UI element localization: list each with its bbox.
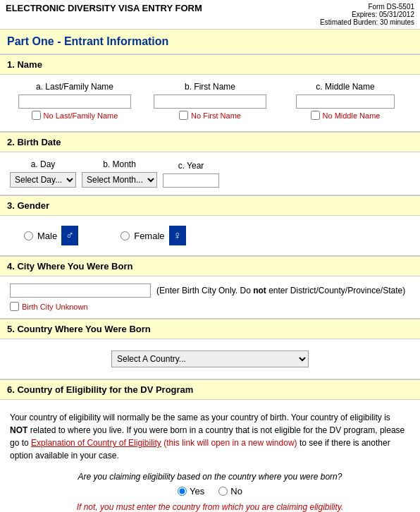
no-middle-name-label: No Middle Name xyxy=(323,111,381,120)
form-burden: Estimated Burden: 30 minutes xyxy=(320,18,414,26)
yes-no-row: Yes No xyxy=(10,486,410,496)
no-first-name-row: No First Name xyxy=(179,111,241,120)
section-city-header: 4. City Where You Were Born xyxy=(0,256,420,276)
city-unknown-row: Birth City Unknown xyxy=(10,302,410,311)
section-eligibility-header: 6. Country of Eligibility for the DV Pro… xyxy=(0,379,420,400)
section-name-header: 1. Name xyxy=(0,54,420,75)
city-born-input[interactable] xyxy=(10,284,151,298)
day-select[interactable]: Select Day... 12345 678910 1112131415 16… xyxy=(10,172,76,188)
section-eligibility-body: Your country of eligibility will normall… xyxy=(0,400,420,512)
name-fields-row: a. Last/Family Name No Last/Family Name … xyxy=(10,82,410,120)
yes-radio[interactable] xyxy=(178,487,187,496)
month-label: b. Month xyxy=(103,159,136,169)
year-label: c. Year xyxy=(178,161,204,171)
last-name-label: a. Last/Family Name xyxy=(36,82,113,92)
eligibility-link[interactable]: Explanation of Country of Eligibility xyxy=(31,438,161,448)
section-country-born-body: Select A Country... AfghanistanAlbaniaAl… xyxy=(0,339,420,379)
no-middle-name-checkbox[interactable] xyxy=(311,111,320,120)
form-info: Form DS-5501 Expires: 05/31/2012 Estimat… xyxy=(320,3,414,26)
female-label: Female xyxy=(134,231,164,241)
city-unknown-checkbox[interactable] xyxy=(10,302,19,311)
female-option: Female ♀ xyxy=(121,226,185,245)
page-title: Part One - Entrant Information xyxy=(0,30,420,54)
no-last-name-row: No Last/Family Name xyxy=(32,111,118,120)
form-title: ELECTRONIC DIVERSITY VISA ENTRY FORM xyxy=(6,3,202,13)
middle-name-input[interactable] xyxy=(296,95,395,109)
no-first-name-label: No First Name xyxy=(191,111,241,120)
no-label[interactable]: No xyxy=(218,486,242,496)
form-number: Form DS-5501 xyxy=(320,3,414,11)
no-first-name-checkbox[interactable] xyxy=(179,111,188,120)
last-name-col: a. Last/Family Name No Last/Family Name xyxy=(10,82,140,120)
gender-row: Male ♂ Female ♀ xyxy=(10,223,410,248)
form-expires: Expires: 05/31/2012 xyxy=(320,11,414,18)
eligibility-paragraph: Your country of eligibility will normall… xyxy=(10,407,410,466)
last-name-input[interactable] xyxy=(18,95,131,109)
city-input-row: (Enter Birth City Only. Do not enter Dis… xyxy=(10,284,410,298)
section-gender-header: 3. Gender xyxy=(0,195,420,216)
eligibility-question: Are you claiming eligibility based on th… xyxy=(10,472,410,482)
day-col: a. Day Select Day... 12345 678910 111213… xyxy=(10,159,76,188)
birth-date-row: a. Day Select Day... 12345 678910 111213… xyxy=(10,159,410,188)
no-middle-name-row: No Middle Name xyxy=(311,111,381,120)
city-hint: (Enter Birth City Only. Do not enter Dis… xyxy=(156,286,405,295)
header: ELECTRONIC DIVERSITY VISA ENTRY FORM For… xyxy=(0,0,420,30)
link-note: (this link will open in a new window) xyxy=(163,438,297,448)
male-label: Male xyxy=(37,231,57,241)
year-input[interactable] xyxy=(163,173,219,188)
country-born-select-row: Select A Country... AfghanistanAlbaniaAl… xyxy=(10,346,410,372)
section-gender-body: Male ♂ Female ♀ xyxy=(0,216,420,256)
section-birthdate-header: 2. Birth Date xyxy=(0,132,420,152)
first-name-input[interactable] xyxy=(154,95,266,109)
city-unknown-label: Birth City Unknown xyxy=(22,303,88,311)
no-last-name-checkbox[interactable] xyxy=(32,111,41,120)
no-last-name-label: No Last/Family Name xyxy=(44,111,118,120)
month-select[interactable]: Select Month... JanuaryFebruaryMarchApri… xyxy=(82,172,157,188)
female-radio[interactable] xyxy=(121,231,130,240)
month-col: b. Month Select Month... JanuaryFebruary… xyxy=(82,159,157,188)
middle-name-col: c. Middle Name No Middle Name xyxy=(280,82,410,120)
no-radio[interactable] xyxy=(218,487,228,496)
first-name-label: b. First Name xyxy=(185,82,235,92)
male-icon: ♂ xyxy=(61,226,78,245)
section-city-body: (Enter Birth City Only. Do not enter Dis… xyxy=(0,276,420,319)
female-icon: ♀ xyxy=(169,226,186,245)
section-country-born-header: 5. Country Where You Were Born xyxy=(0,319,420,339)
male-radio[interactable] xyxy=(24,231,33,240)
middle-name-label: c. Middle Name xyxy=(316,82,374,92)
day-label: a. Day xyxy=(31,159,56,169)
country-born-select[interactable]: Select A Country... AfghanistanAlbaniaAl… xyxy=(111,351,309,367)
year-col: c. Year xyxy=(163,161,219,188)
section-birthdate-body: a. Day Select Day... 12345 678910 111213… xyxy=(0,152,420,195)
not-if-text: If not, you must enter the country from … xyxy=(10,502,410,512)
yes-label[interactable]: Yes xyxy=(178,486,204,496)
male-option: Male ♂ xyxy=(24,226,78,245)
section-name-body: a. Last/Family Name No Last/Family Name … xyxy=(0,75,420,132)
first-name-col: b. First Name No First Name xyxy=(145,82,275,120)
